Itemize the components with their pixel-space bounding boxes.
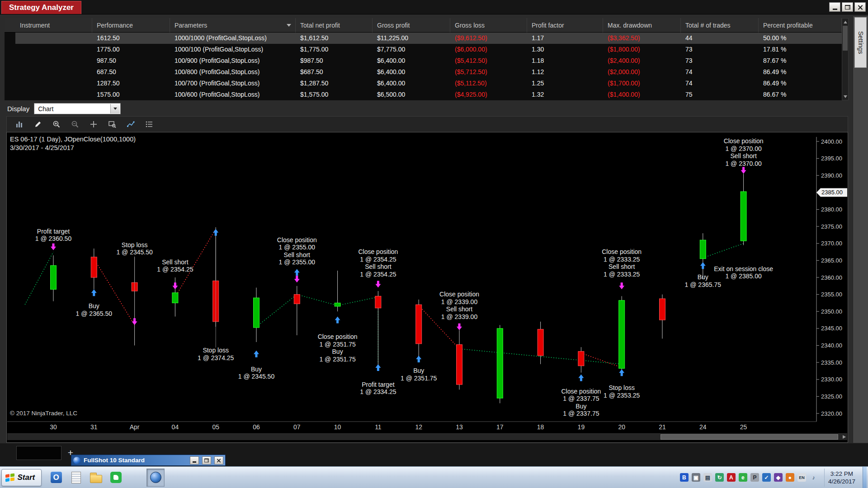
crosshair-icon[interactable] [86, 118, 101, 131]
candle [497, 328, 503, 398]
trade-annotation: Close position [318, 333, 358, 340]
minimize-button[interactable] [829, 2, 840, 12]
price-axis-label: 2370.00 [821, 240, 842, 247]
bluetooth-icon[interactable]: B [680, 473, 689, 482]
column-header[interactable]: Max. drawdown [603, 18, 681, 33]
table-scrollbar[interactable] [842, 18, 849, 100]
sell-arrow-icon [294, 276, 300, 282]
sell-arrow-icon [457, 324, 462, 330]
update-icon[interactable]: ● [786, 473, 794, 482]
zoom-in-icon[interactable] [49, 118, 64, 131]
scroll-up-button[interactable] [842, 19, 848, 25]
trade-annotation: 1 @ 2354.25 [360, 256, 396, 263]
scrollbar-thumb[interactable] [843, 26, 848, 51]
buy-arrow-icon [416, 356, 421, 362]
sell-arrow-icon [375, 281, 381, 288]
chart-scrollbar-thumb[interactable] [660, 434, 838, 440]
trade-line [25, 252, 53, 305]
indicators-icon[interactable] [142, 118, 156, 131]
candle [700, 240, 706, 258]
evernote-tray-icon[interactable]: e [739, 473, 747, 482]
trade-annotation: Buy [89, 302, 99, 310]
fullshot-minimize-button[interactable] [190, 456, 199, 465]
column-header[interactable]: Performance [92, 18, 170, 33]
workspace-tab[interactable] [16, 446, 61, 460]
column-header[interactable]: Percent profitable [759, 18, 842, 33]
table-row[interactable]: 687.50100/800 (ProfitGoal,StopLoss)$687.… [5, 66, 842, 78]
column-header[interactable]: Gross profit [373, 18, 450, 33]
security-icon[interactable]: ✓ [762, 473, 771, 482]
column-header[interactable]: Parameters [170, 18, 296, 33]
trade-annotation: 1 @ 2345.50 [238, 373, 275, 380]
trade-annotation: Buy [576, 403, 586, 410]
show-desktop-button[interactable] [863, 467, 867, 488]
price-axis-label: 2355.00 [821, 291, 842, 298]
printer-icon[interactable]: P [750, 473, 759, 482]
date-axis-label: 24 [699, 423, 707, 431]
fullshot-close-button[interactable] [214, 456, 223, 465]
restore-button[interactable] [842, 2, 853, 12]
outlook-icon[interactable]: O [47, 469, 65, 487]
acrobat-icon[interactable]: A [727, 473, 736, 482]
trade-annotation: Profit target [37, 228, 70, 235]
price-axis-label: 2380.00 [821, 206, 842, 213]
folder-icon[interactable] [87, 469, 105, 487]
minimize-icon [193, 461, 196, 463]
trade-annotation: 1 @ 2337.75 [563, 410, 599, 417]
table-row[interactable]: 987.50100/900 (ProfitGoal,StopLoss)$987.… [5, 55, 842, 66]
scroll-right-icon[interactable] [843, 435, 846, 439]
trade-annotation: 1 @ 2333.25 [604, 271, 640, 278]
column-header[interactable]: Instrument [15, 18, 92, 33]
taskbar-clock[interactable]: 3:22 PM 4/26/2017 [824, 469, 860, 487]
volume-icon[interactable]: ♪ [809, 473, 818, 482]
display-dropdown[interactable]: Chart [34, 103, 121, 114]
msn-colors-icon[interactable] [668, 473, 677, 482]
table-row[interactable]: 1575.00100/600 (ProfitGoal,StopLoss)$1,5… [5, 89, 842, 100]
clipboard-icon[interactable]: ▤ [703, 473, 712, 482]
trade-annotation: 1 @ 2385.00 [725, 272, 762, 280]
triangle-up-icon [844, 21, 847, 23]
region-zoom-icon[interactable] [105, 118, 119, 131]
notes-icon[interactable] [67, 469, 85, 487]
fullshot-window-titlebar[interactable]: FullShot 10 Standard [71, 455, 226, 466]
trend-channel-icon[interactable] [123, 118, 138, 131]
date-axis-label: 06 [253, 423, 260, 431]
trade-annotation: 1 @ 2365.50 [76, 310, 113, 317]
evernote-icon[interactable] [107, 469, 125, 487]
trade-annotation: 1 @ 2370.00 [725, 145, 762, 152]
quick-launch-bar: O [47, 469, 165, 487]
media-player-icon[interactable] [127, 469, 145, 487]
chart-style-icon[interactable] [12, 118, 27, 131]
trade-annotation: 1 @ 2354.25 [157, 266, 193, 273]
price-axis-label: 2365.00 [821, 257, 842, 264]
titlebar: Strategy Analyzer [0, 0, 868, 14]
language-icon[interactable]: EN [797, 473, 806, 482]
chart-scrollbar[interactable] [7, 433, 847, 440]
column-header[interactable]: Total # of trades [681, 18, 759, 33]
windows-logo-icon [5, 473, 14, 481]
trade-annotation: Buy [413, 367, 424, 374]
tab-settings[interactable]: Settings [854, 17, 867, 68]
sync-icon[interactable]: ↻ [715, 473, 724, 482]
buy-arrow-icon [375, 364, 381, 371]
draw-icon[interactable] [31, 118, 45, 131]
table-row[interactable]: 1287.50100/700 (ProfitGoal,StopLoss)$1,2… [5, 78, 842, 89]
column-header[interactable]: Gross loss [450, 18, 527, 33]
strategy-chart[interactable]: Profit target1 @ 2360.50Buy1 @ 2365.50St… [7, 133, 848, 432]
trade-annotation: Sell short [365, 263, 391, 270]
column-header[interactable]: Total net profit [296, 18, 373, 33]
chevron-down-icon[interactable] [110, 104, 120, 113]
table-row[interactable]: 1775.001000/100 (ProfitGoal,StopLoss)$1,… [5, 44, 842, 55]
zoom-out-icon[interactable] [68, 118, 82, 131]
monitor-icon[interactable]: ▣ [692, 473, 700, 482]
window-title: Strategy Analyzer [1, 1, 81, 14]
column-header[interactable]: Profit factor [527, 18, 603, 33]
fullshot-launch-icon[interactable] [146, 469, 165, 487]
table-row[interactable]: 1612.501000/1000 (ProfitGoal,StopLoss)$1… [5, 33, 842, 44]
close-button[interactable] [854, 2, 866, 12]
scroll-down-button[interactable] [842, 93, 848, 100]
vault-icon[interactable]: ◆ [774, 473, 783, 482]
trade-line [338, 297, 378, 305]
start-button[interactable]: Start [1, 469, 42, 486]
fullshot-restore-button[interactable] [202, 456, 211, 465]
